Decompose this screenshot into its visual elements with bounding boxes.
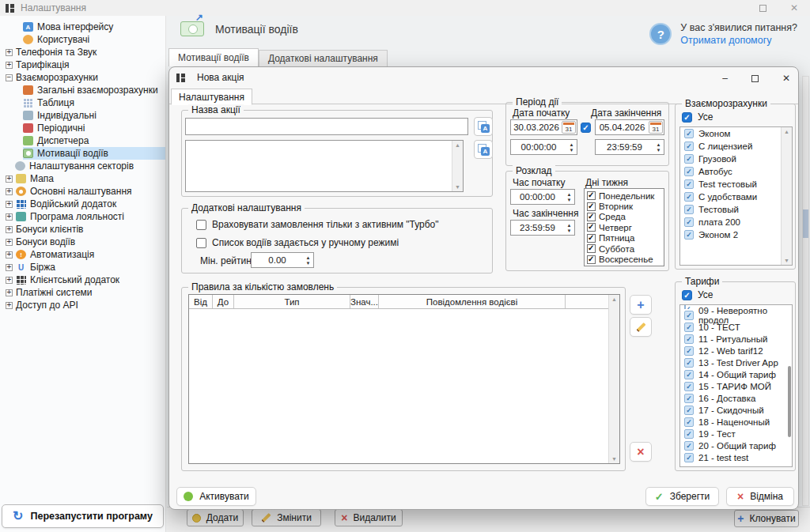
- add-rule-button[interactable]: +: [630, 295, 652, 315]
- expand-icon[interactable]: [6, 49, 13, 56]
- edit-button[interactable]: Змінити: [252, 509, 321, 526]
- translate-description-button[interactable]: [474, 140, 493, 159]
- sidebar-item-individual[interactable]: Індивідуальні: [0, 109, 165, 122]
- sidebar-item-exchange[interactable]: UБіржа: [0, 261, 165, 274]
- item-checkbox[interactable]: [684, 334, 694, 344]
- end-time-stepper[interactable]: 23:59:59 ▲▼: [595, 139, 664, 155]
- tariff-item[interactable]: 12 - Web tarif12: [680, 345, 792, 357]
- weekday-checkbox[interactable]: [587, 255, 596, 264]
- activate-button[interactable]: Активувати: [176, 487, 256, 506]
- clone-button[interactable]: +Клонувати: [734, 510, 799, 527]
- item-checkbox[interactable]: [684, 346, 694, 356]
- item-checkbox[interactable]: [684, 305, 686, 309]
- sidebar-item-client-bonuses[interactable]: Бонуси клієнтів: [0, 223, 165, 236]
- weekday-item[interactable]: Пятница: [587, 233, 664, 243]
- item-checkbox[interactable]: [684, 406, 694, 415]
- stepper-arrows[interactable]: ▲▼: [566, 140, 577, 154]
- settlement-item[interactable]: С удобствами: [680, 191, 792, 203]
- tariff-item[interactable]: 11 - Ритуальный: [680, 333, 792, 345]
- end-date-enabled-checkbox[interactable]: [581, 123, 591, 133]
- sidebar-item-automation[interactable]: !Автоматизація: [0, 248, 165, 261]
- start-time-stepper[interactable]: 00:00:00 ▲▼: [510, 139, 577, 155]
- item-checkbox[interactable]: [684, 453, 694, 462]
- sidebar-item-table[interactable]: Таблиця: [0, 96, 165, 109]
- start-date-field[interactable]: 30.03.2026 31: [510, 119, 577, 135]
- sidebar-item-tariffing[interactable]: Тарифікація: [0, 58, 165, 71]
- dialog-close-button[interactable]: ✕: [782, 73, 790, 84]
- tariff-item[interactable]: 19 - Тест: [680, 428, 792, 440]
- textarea-scrollbar[interactable]: ▲▼: [452, 141, 463, 191]
- sidebar-item-general-settlements[interactable]: Загальні взаєморозрахунки: [0, 84, 165, 96]
- tariff-item[interactable]: 14 - Общий тариф: [680, 368, 792, 380]
- schedule-start-stepper[interactable]: 00:00:00 ▲▼: [510, 189, 575, 205]
- column-header[interactable]: Тип: [234, 295, 350, 308]
- weekday-checkbox[interactable]: [587, 191, 596, 200]
- sidebar-item-driver-motivation[interactable]: Мотивації водіїв: [0, 147, 165, 160]
- expand-icon[interactable]: [6, 239, 13, 246]
- tariff-item[interactable]: 15 - ТАРИФ МОЙ: [680, 380, 792, 392]
- settlements-scrollbar[interactable]: ▲▼: [781, 127, 792, 265]
- weekday-item[interactable]: Вторник: [587, 201, 664, 211]
- weekday-checkbox[interactable]: [587, 223, 596, 232]
- weekday-checkbox[interactable]: [587, 202, 596, 211]
- calendar-icon[interactable]: 31: [649, 121, 663, 134]
- tariffs-scrollbar-thumb[interactable]: [788, 366, 791, 437]
- turbo-checkbox-row[interactable]: Враховувати замовлення тільки з активним…: [196, 219, 439, 230]
- tariff-item[interactable]: 09 - Невероятно продол: [680, 309, 792, 321]
- expand-icon[interactable]: [6, 62, 13, 69]
- scroll-down-icon[interactable]: ▼: [452, 184, 463, 190]
- sidebar-item-main-settings[interactable]: Основні налаштування: [0, 185, 165, 198]
- expand-icon[interactable]: [6, 289, 13, 296]
- tariffs-list[interactable]: 09 - Невероятно продол 10 - ТЕСТ 11 - Ри…: [679, 304, 793, 467]
- get-help-link[interactable]: Отримати допомогу: [680, 35, 797, 46]
- settlement-item[interactable]: Эконом 2: [680, 228, 792, 241]
- schedule-end-stepper[interactable]: 23:59:59 ▲▼: [510, 220, 575, 236]
- weekday-item[interactable]: Понедельник: [587, 191, 664, 201]
- maximize-button[interactable]: [747, 0, 778, 16]
- item-checkbox[interactable]: [684, 417, 694, 427]
- sidebar-item-users[interactable]: Користувачі: [0, 33, 165, 46]
- scroll-down-icon[interactable]: ▼: [609, 456, 619, 462]
- edit-rule-button[interactable]: [630, 317, 652, 337]
- item-checkbox[interactable]: [684, 167, 694, 176]
- tab-extra-settings[interactable]: Додаткові налаштування: [259, 50, 388, 66]
- scroll-up-icon[interactable]: ▲: [452, 142, 463, 148]
- sidebar-item-map[interactable]: Мапа: [0, 172, 165, 185]
- tab-driver-motivation[interactable]: Мотивації водіїв: [168, 48, 259, 66]
- close-button[interactable]: ✕: [778, 0, 810, 16]
- expand-icon[interactable]: [6, 188, 13, 195]
- stepper-arrows[interactable]: ▲▼: [564, 190, 574, 204]
- weekday-checkbox[interactable]: [587, 244, 596, 253]
- manual-list-checkbox-row[interactable]: Список водіїв задається у ручному режимі: [196, 237, 399, 248]
- settlement-item[interactable]: Тестовый: [680, 203, 792, 216]
- scroll-up-icon[interactable]: ▲: [609, 296, 619, 302]
- settlements-list[interactable]: Эконом С лицензией Грузовой Автобус Test…: [679, 126, 793, 266]
- dialog-tab-settings[interactable]: Налаштування: [171, 89, 252, 105]
- item-checkbox[interactable]: [684, 382, 694, 391]
- settlements-select-all[interactable]: Усе: [682, 111, 713, 123]
- stepper-arrows[interactable]: ▲▼: [653, 140, 664, 154]
- tariff-item[interactable]: 20 - Общий тариф: [680, 440, 792, 451]
- item-checkbox[interactable]: [684, 441, 694, 451]
- expand-icon[interactable]: [6, 226, 13, 233]
- expand-icon[interactable]: [6, 251, 13, 258]
- translate-name-button[interactable]: [474, 117, 493, 136]
- stepper-arrows[interactable]: ▲▼: [303, 253, 313, 267]
- turbo-checkbox[interactable]: [196, 220, 206, 230]
- item-checkbox[interactable]: [684, 358, 694, 368]
- tariffs-select-all[interactable]: Усе: [682, 289, 713, 300]
- main-scrollbar[interactable]: [802, 76, 809, 506]
- sidebar-item-client-app[interactable]: Клієнтський додаток: [0, 274, 165, 286]
- item-checkbox[interactable]: [684, 141, 694, 151]
- sidebar-item-loyalty[interactable]: Програма лояльності: [0, 210, 165, 223]
- weekday-item[interactable]: Суббота: [587, 243, 664, 254]
- item-checkbox[interactable]: [684, 230, 694, 240]
- cancel-button[interactable]: × Відміна: [726, 487, 794, 506]
- weekday-item[interactable]: Среда: [587, 212, 664, 222]
- item-checkbox[interactable]: [684, 192, 694, 202]
- delete-button[interactable]: ×Видалити: [335, 509, 403, 526]
- column-header[interactable]: Повідомлення водієві: [379, 295, 566, 308]
- add-button[interactable]: Додати: [187, 509, 244, 526]
- column-header[interactable]: Знач...: [350, 295, 379, 308]
- item-checkbox[interactable]: [684, 311, 694, 320]
